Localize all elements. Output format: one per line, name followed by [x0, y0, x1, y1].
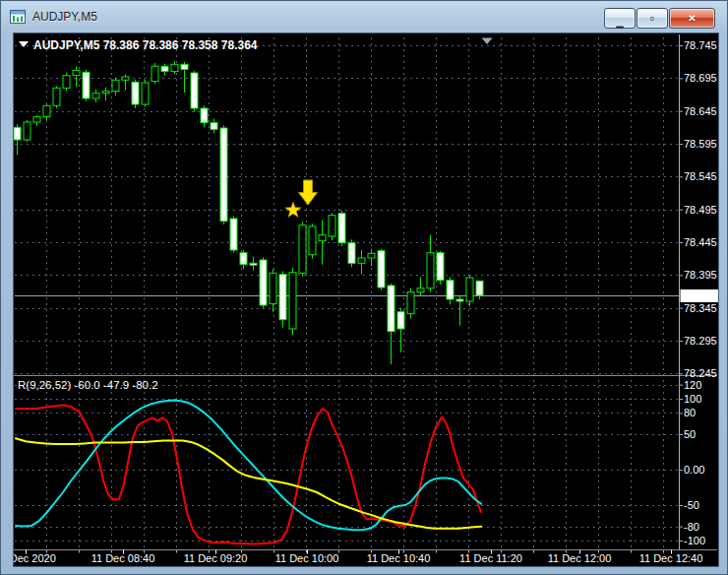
bull-candle	[358, 258, 365, 263]
close-icon: ✕	[688, 13, 696, 24]
indicator-line-cyan	[16, 400, 481, 530]
close-button[interactable]: ✕	[669, 8, 715, 29]
bull-candle	[92, 94, 99, 98]
bull-candle	[407, 292, 414, 314]
price-label: 78.495	[684, 204, 717, 216]
bear-candle	[437, 253, 444, 281]
shift-marker[interactable]	[482, 38, 493, 45]
bull-candle	[329, 216, 335, 236]
bull-candle	[417, 288, 424, 292]
bear-candle	[201, 108, 208, 123]
bear-candle	[388, 286, 394, 332]
indicator-header: R(9,26,52) -60.0 -47.9 -80.2	[18, 379, 158, 391]
time-label: 11 Dec 08:40	[91, 552, 155, 564]
bull-candle	[53, 88, 60, 105]
bull-candle	[368, 253, 375, 258]
time-axis[interactable]: 11 Dec 202011 Dec 08:4011 Dec 09:2011 De…	[14, 550, 702, 565]
candlesticks	[14, 61, 483, 364]
indicator-lines	[16, 400, 481, 543]
price-label: 78.545	[684, 170, 717, 182]
indicator-axis-label: -100	[684, 535, 705, 546]
bull-candle	[112, 80, 119, 91]
bear-candle	[378, 251, 385, 288]
indicator-header-label: R(9,26,52) -60.0 -47.9 -80.2	[18, 379, 158, 391]
shift-marker-icon	[482, 38, 493, 45]
minimize-button[interactable]: ▁	[604, 8, 636, 29]
bull-candle	[102, 92, 109, 94]
bear-candle	[161, 66, 168, 71]
titlebar[interactable]: AUDJPY,M5 ▁ ▫ ✕	[1, 1, 727, 32]
bear-candle	[220, 128, 227, 222]
signal-markers	[285, 180, 318, 217]
bear-candle	[181, 64, 188, 69]
time-label: 11 Dec 09:20	[184, 552, 248, 564]
time-label: 11 Dec 2020	[14, 552, 56, 564]
time-label: 11 Dec 12:40	[639, 552, 703, 564]
price-label: 78.595	[684, 138, 717, 150]
bear-candle	[397, 312, 404, 329]
indicator-axis-label: 80	[684, 407, 696, 418]
bear-candle	[230, 219, 237, 250]
bear-candle	[260, 260, 267, 305]
maximize-icon: ▫	[650, 11, 655, 26]
chart-surface[interactable]: 78.74578.69578.64578.59578.54578.49578.4…	[13, 32, 719, 567]
bear-candle	[338, 214, 345, 243]
ohlc-header-label: AUDJPY,M5 78.386 78.386 78.358 78.364	[33, 38, 258, 52]
bid-price-label: 78.364	[684, 290, 718, 302]
bull-candle	[24, 122, 30, 140]
bull-candle	[466, 278, 473, 301]
grid-lines	[15, 37, 679, 549]
bear-candle	[250, 263, 257, 265]
time-label: 11 Dec 10:40	[367, 552, 431, 564]
bear-candle	[456, 299, 463, 301]
time-label: 11 Dec 12:00	[548, 552, 612, 564]
minimize-icon: ▁	[617, 18, 624, 28]
indicator-axis-label: -80	[684, 521, 699, 533]
bull-candle	[63, 76, 70, 89]
price-label: 78.445	[684, 236, 717, 248]
time-label: 11 Dec 11:20	[459, 552, 522, 564]
maximize-button[interactable]: ▫	[637, 8, 668, 29]
bear-candle	[240, 253, 247, 265]
bear-candle	[14, 127, 21, 140]
bear-candle	[211, 123, 217, 130]
bear-candle	[83, 72, 90, 98]
bear-candle	[476, 281, 483, 295]
bear-candle	[447, 281, 454, 299]
indicator-axis-label: 120	[684, 379, 701, 391]
price-label: 78.295	[684, 335, 717, 347]
sell-arrow-icon	[299, 180, 318, 205]
window-title: AUDJPY,M5	[32, 10, 97, 24]
price-label: 78.245	[684, 367, 717, 379]
bull-candle	[289, 273, 296, 329]
price-label: 78.395	[684, 269, 717, 281]
chart-canvas[interactable]: 78.74578.69578.64578.59578.54578.49578.4…	[14, 33, 718, 566]
mt4-window: AUDJPY,M5 ▁ ▫ ✕ 78.74578.69578.64578.595…	[0, 0, 728, 575]
chart-header: AUDJPY,M5 78.386 78.386 78.358 78.364	[19, 38, 258, 52]
star-icon	[285, 202, 301, 217]
indicator-axis-label: 0.00	[684, 464, 704, 476]
price-label: 78.695	[684, 72, 717, 84]
price-label: 78.745	[684, 39, 717, 51]
bull-candle	[299, 225, 306, 274]
bull-candle	[142, 83, 149, 104]
window-controls: ▁ ▫ ✕	[604, 8, 715, 29]
time-label: 11 Dec 10:00	[275, 552, 339, 564]
bull-candle	[73, 70, 80, 75]
bull-candle	[152, 66, 158, 81]
chart-window-icon	[10, 9, 26, 25]
indicator-line-red	[16, 406, 481, 544]
bear-candle	[279, 275, 286, 320]
price-label: 78.645	[684, 105, 717, 117]
symbol-dropdown-icon	[19, 41, 29, 47]
bull-candle	[122, 77, 129, 80]
bear-candle	[348, 243, 355, 264]
bull-candle	[270, 273, 276, 303]
bull-candle	[309, 226, 316, 255]
bull-candle	[427, 253, 434, 288]
bull-candle	[319, 235, 326, 241]
bull-candle	[171, 64, 178, 71]
bull-candle	[43, 105, 50, 116]
price-label: 78.345	[684, 302, 717, 314]
indicator-axis-label: 100	[684, 393, 701, 405]
